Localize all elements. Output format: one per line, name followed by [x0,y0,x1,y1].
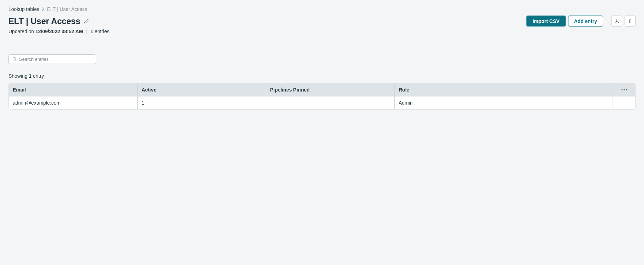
column-header-active[interactable]: Active [137,83,266,96]
breadcrumb: Lookup tables ELT | User Access [8,6,636,12]
entries-count: 1 [90,29,93,34]
page-header: ELT | User Access Import CSV Add entry [8,16,636,26]
entries-table: Email Active Pipelines Pinned Role admin… [8,83,636,110]
updated-on: Updated on 12/09/2022 08:52 AM [8,29,83,34]
entries-word: entries [95,29,109,34]
column-header-pinned[interactable]: Pipelines Pinned [266,83,394,96]
svg-point-1 [621,89,622,90]
entries-summary: 1 entries [90,29,109,34]
title-wrap: ELT | User Access [8,16,89,26]
svg-point-2 [624,89,625,90]
trash-icon [628,19,633,24]
showing-suffix: entry [31,73,44,79]
breadcrumb-current: ELT | User Access [47,6,87,12]
search-wrap [8,54,636,64]
updated-date: 12/09/2022 08:52 AM [35,29,83,34]
updated-prefix: Updated on [8,29,35,34]
column-header-actions[interactable] [613,83,635,96]
page-title: ELT | User Access [8,16,80,26]
add-entry-button[interactable]: Add entry [568,16,603,26]
action-divider [607,17,607,26]
cell-email: admin@example.com [9,96,137,109]
search-box[interactable] [8,54,96,64]
delete-button[interactable] [625,16,636,26]
table-body: admin@example.com 1 Admin [9,96,635,109]
meta-line: Updated on 12/09/2022 08:52 AM 1 entries [8,29,636,34]
edit-icon[interactable] [84,19,89,24]
header-actions: Import CSV Add entry [526,16,636,26]
breadcrumb-root[interactable]: Lookup tables [8,6,39,12]
column-header-role[interactable]: Role [394,83,613,96]
meta-divider [87,29,87,34]
more-icon [621,89,627,90]
search-input[interactable] [19,57,92,62]
search-icon [12,57,17,61]
column-header-email[interactable]: Email [9,83,137,96]
showing-prefix: Showing [8,73,29,79]
cell-actions [613,96,635,109]
table-row[interactable]: admin@example.com 1 Admin [9,96,635,109]
section-divider [8,45,636,45]
svg-point-3 [626,89,627,90]
cell-active: 1 [137,96,266,109]
chevron-right-icon [42,7,44,11]
download-button[interactable] [611,16,622,26]
download-icon [614,19,619,24]
cell-role: Admin [394,96,613,109]
import-csv-button[interactable]: Import CSV [526,16,565,26]
showing-line: Showing 1 entry [8,73,636,79]
cell-pinned [266,96,394,109]
table-header: Email Active Pipelines Pinned Role [9,83,635,96]
